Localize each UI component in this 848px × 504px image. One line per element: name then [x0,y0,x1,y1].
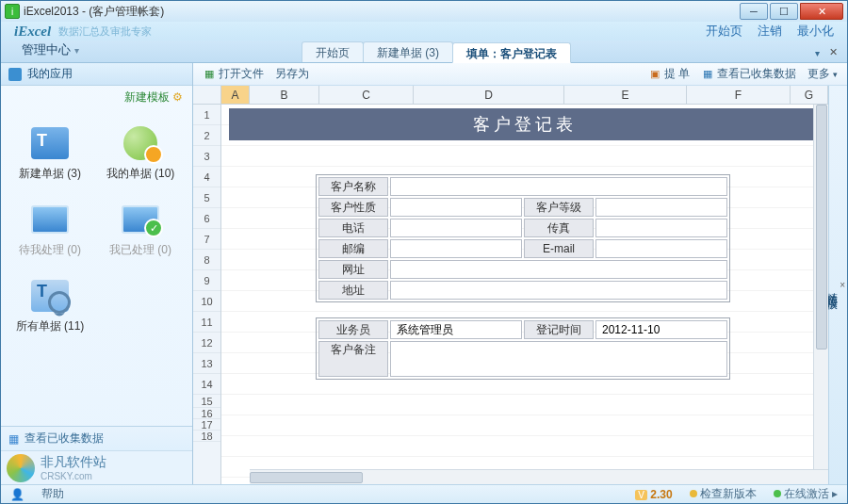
search-doc-icon [27,277,73,315]
tab-bar: 管理中心▾ 开始页 新建单据 (3) 填单：客户登记表 ▾ ✕ [1,41,847,63]
right-rail[interactable]: × 精选模板 [828,86,847,484]
input-cust-level[interactable] [595,198,727,217]
tile-handled[interactable]: 我已处理 (0) [97,195,184,264]
form-title: 客户登记表 [229,108,821,140]
nav-minimize[interactable]: 最小化 [797,23,834,40]
tile-my-docs[interactable]: 我的单据 (10) [97,119,184,187]
tile-new-doc[interactable]: 新建单据 (3) [7,119,93,187]
toolbar: ▦打开文件 另存为 ▣提 单 ▦查看已收集数据 更多 ▾ [193,63,847,86]
label-agent: 业务员 [318,320,388,339]
label-fax: 传真 [524,219,594,237]
monitor-icon [27,201,73,238]
status-check-new[interactable]: 检查新版本 [690,486,757,502]
input-email[interactable] [595,239,727,258]
label-cust-name: 客户名称 [318,177,388,196]
window-title: iExcel2013 - (客户管理帐套) [24,4,164,20]
col-E[interactable]: E [564,86,687,104]
minimize-button[interactable]: ─ [740,3,768,20]
status-online-activate[interactable]: 在线激活 ▸ [774,486,838,502]
brand-bar: iExcel 数据汇总及审批专家 开始页 注销 最小化 [1,22,847,41]
col-A[interactable]: A [221,86,250,104]
sidebar: 我的应用 新建模板 ⚙ 新建单据 (3) 我的单据 (10) 待我处理 (0) [1,63,193,484]
input-remark[interactable] [390,341,727,377]
toolbar-view-collected[interactable]: ▦查看已收集数据 [701,66,796,82]
table-icon: ▦ [8,432,19,446]
row-header-col: 123456789101112131415161718 [193,105,221,484]
app-icon: i [5,4,20,19]
input-url[interactable] [390,260,727,279]
tile-all-docs[interactable]: 所有单据 (11) [7,271,93,340]
status-bar: 👤 帮助 V 2.30 检查新版本 在线激活 ▸ [1,484,847,503]
toolbar-submit[interactable]: ▣提 单 [648,66,690,82]
label-addr: 地址 [318,281,388,300]
input-addr[interactable] [390,281,727,300]
rail-close-icon[interactable]: × [840,280,847,290]
label-remark: 客户备注 [318,341,388,377]
main-window: i iExcel2013 - (客户管理帐套) ─ ☐ ✕ iExcel 数据汇… [0,0,848,504]
crsky-logo-icon [7,454,35,482]
cells-area[interactable]: 客户登记表 客户名称 客户性质客户等级 电话传真 邮编E-mail 网址 地址 [221,105,828,484]
tab-fill-form[interactable]: 填单：客户登记表 [452,42,571,63]
help-icon[interactable]: 👤 [10,488,24,501]
status-version: V 2.30 [635,488,672,501]
status-help[interactable]: 帮助 [41,486,64,502]
value-reg-time[interactable]: 2012-11-10 [595,320,727,339]
column-header-row: A B C D E F G [193,86,828,105]
label-email: E-mail [524,239,594,258]
main-panel: ▦打开文件 另存为 ▣提 单 ▦查看已收集数据 更多 ▾ A B C D E [193,63,847,484]
toolbar-more[interactable]: 更多 ▾ [807,66,838,82]
spreadsheet[interactable]: A B C D E F G 12345678910111213141516171… [193,86,828,484]
document-icon [27,124,73,162]
management-center[interactable]: 管理中心▾ [7,38,94,62]
col-G[interactable]: G [791,86,828,104]
customer-form: 客户名称 客户性质客户等级 电话传真 邮编E-mail 网址 地址 [316,174,730,302]
tile-to-handle[interactable]: 待我处理 (0) [7,195,93,264]
close-button[interactable]: ✕ [800,3,843,20]
col-B[interactable]: B [250,86,319,104]
brand-logo: iExcel [14,24,51,40]
watermark: 非凡软件站 CRSKY.com [1,450,192,484]
titlebar[interactable]: i iExcel2013 - (客户管理帐套) ─ ☐ ✕ [1,1,847,22]
col-D[interactable]: D [414,86,564,104]
input-zip[interactable] [390,239,522,258]
sidebar-heading: 我的应用 [1,63,192,86]
toolbar-open-file[interactable]: ▦打开文件 [203,66,264,82]
input-fax[interactable] [595,219,727,237]
brand-tagline: 数据汇总及审批专家 [58,24,152,39]
toolbar-save-as[interactable]: 另存为 [275,66,309,82]
tab-start[interactable]: 开始页 [302,41,364,62]
label-phone: 电话 [318,219,388,237]
nav-home[interactable]: 开始页 [706,23,742,40]
tab-new-doc[interactable]: 新建单据 (3) [363,41,453,62]
horizontal-scrollbar[interactable] [250,469,828,484]
value-agent[interactable]: 系统管理员 [390,320,522,339]
label-reg-time: 登记时间 [524,320,594,339]
gear-icon: ⚙ [172,90,183,104]
label-cust-level: 客户等级 [524,198,594,217]
submit-icon: ▣ [648,68,661,81]
grid-icon: ▦ [701,68,714,81]
col-F[interactable]: F [687,86,791,104]
chevron-down-icon: ▾ [833,70,838,79]
customer-form-footer: 业务员 系统管理员 登记时间 2012-11-10 客户备注 [316,317,730,380]
home-icon [8,68,22,81]
excel-icon: ▦ [203,68,216,81]
tab-close-icon[interactable]: ✕ [825,42,841,62]
sidebar-view-collected[interactable]: ▦ 查看已收集数据 [1,426,192,450]
user-icon [118,124,163,162]
sidebar-new-template[interactable]: 新建模板 ⚙ [1,86,192,109]
tab-scroll-icon[interactable]: ▾ [809,44,825,62]
maximize-button[interactable]: ☐ [770,3,798,20]
monitor-check-icon [118,201,163,238]
label-url: 网址 [318,260,388,279]
input-cust-nature[interactable] [390,198,522,217]
label-zip: 邮编 [318,239,388,258]
label-cust-nature: 客户性质 [318,198,388,217]
input-phone[interactable] [390,219,522,237]
vertical-scrollbar[interactable] [813,105,828,469]
input-cust-name[interactable] [390,177,727,196]
col-C[interactable]: C [319,86,414,104]
nav-logout[interactable]: 注销 [758,23,782,40]
chevron-down-icon: ▾ [74,45,79,56]
